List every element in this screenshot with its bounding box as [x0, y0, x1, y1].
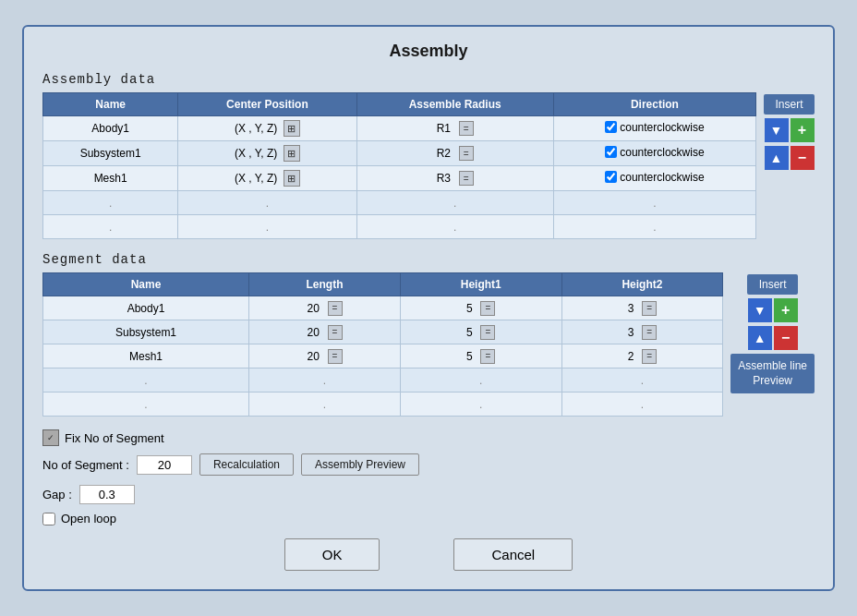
grid-icon-1[interactable]: ⊞	[284, 120, 300, 137]
open-loop-checkbox[interactable]	[42, 513, 55, 525]
segment-row1-length: 20 =	[249, 296, 401, 320]
no-of-segment-input[interactable]	[137, 455, 192, 475]
direction-check-3[interactable]	[605, 171, 617, 183]
segment-row3-name: Mesh1	[43, 344, 249, 368]
empty-cell: .	[43, 191, 178, 215]
segment-col-length: Length	[249, 273, 401, 296]
fix-no-segment-label: Fix No of Segment	[65, 431, 164, 445]
segment-row2-h2: 3 =	[561, 320, 723, 344]
table-row: Subsystem1 20 = 5 = 3 =	[43, 320, 723, 344]
empty-cell: .	[178, 191, 356, 215]
recalculation-button[interactable]: Recalculation	[199, 453, 294, 476]
assembly-row1-center: (X , Y, Z) ⊞	[178, 116, 356, 141]
assembly-row3-name: Mesh1	[43, 166, 178, 191]
seg-eq-1a[interactable]: =	[328, 301, 343, 316]
empty-cell: .	[553, 215, 755, 239]
assembly-table: Name Center Position Assemble Radius Dir…	[42, 92, 756, 239]
segment-add-button[interactable]: +	[774, 298, 798, 322]
cancel-button[interactable]: Cancel	[453, 538, 573, 571]
empty-cell: .	[356, 215, 553, 239]
assembly-preview-button[interactable]: Assembly Preview	[301, 453, 419, 476]
segment-row3-h2: 2 =	[561, 344, 723, 368]
no-segment-row: No of Segment : Recalculation Assembly P…	[42, 453, 815, 476]
assembly-move-up-button[interactable]: ▲	[765, 146, 789, 170]
seg-eq-2a[interactable]: =	[328, 325, 343, 340]
table-row: Abody1 (X , Y, Z) ⊞ R1 = counterclockwis…	[43, 116, 756, 141]
segment-remove-button[interactable]: −	[774, 326, 798, 350]
grid-icon-3[interactable]: ⊞	[284, 170, 300, 187]
assembly-move-down-button[interactable]: ▼	[765, 118, 789, 142]
table-row: . . . .	[43, 393, 723, 417]
empty-cell: .	[356, 191, 553, 215]
table-row: Abody1 20 = 5 = 3 =	[43, 296, 723, 320]
fix-icon: ✓	[42, 429, 59, 446]
assembly-row3-center: (X , Y, Z) ⊞	[178, 166, 356, 191]
seg-eq-3b[interactable]: =	[480, 349, 495, 364]
segment-row1-name: Abody1	[43, 296, 249, 320]
table-row: . . . .	[43, 215, 756, 239]
assembly-col-direction: Direction	[553, 93, 755, 116]
assembly-row3-direction: counterclockwise	[553, 166, 755, 191]
empty-cell: .	[43, 393, 249, 417]
seg-eq-3c[interactable]: =	[642, 349, 657, 364]
segment-row3-length: 20 =	[249, 344, 401, 368]
assembly-row2-center: (X , Y, Z) ⊞	[178, 141, 356, 166]
segment-arrow-row2: ▲ −	[748, 326, 798, 350]
assembly-remove-button[interactable]: −	[791, 146, 815, 170]
empty-cell: .	[561, 368, 723, 393]
seg-eq-1c[interactable]: =	[642, 301, 657, 316]
ok-button[interactable]: OK	[284, 538, 380, 571]
segment-move-down-button[interactable]: ▼	[748, 298, 772, 322]
eq-btn-1[interactable]: =	[459, 121, 474, 136]
empty-cell: .	[400, 393, 561, 417]
grid-icon-2[interactable]: ⊞	[284, 145, 300, 162]
table-row: . . . .	[43, 368, 723, 393]
direction-check-1[interactable]	[605, 121, 617, 133]
seg-eq-2c[interactable]: =	[642, 325, 657, 340]
segment-move-up-button[interactable]: ▲	[748, 326, 772, 350]
no-of-segment-label: No of Segment :	[42, 458, 129, 472]
assembly-add-button[interactable]: +	[791, 118, 815, 142]
eq-btn-2[interactable]: =	[459, 146, 474, 161]
segment-side-buttons: Insert ▼ + ▲ − Assemble linePreview	[730, 272, 815, 417]
assembly-insert-button[interactable]: Insert	[764, 94, 815, 115]
assemble-line-preview-button[interactable]: Assemble linePreview	[730, 354, 815, 393]
assembly-col-radius: Assemble Radius	[356, 93, 553, 116]
assembly-row2-name: Subsystem1	[43, 141, 178, 166]
eq-btn-3[interactable]: =	[459, 171, 474, 186]
segment-col-height1: Height1	[400, 273, 561, 296]
assembly-row1-direction: counterclockwise	[553, 116, 755, 141]
seg-eq-3a[interactable]: =	[328, 349, 343, 364]
assembly-arrow-row: ▼ +	[765, 118, 815, 142]
segment-insert-button[interactable]: Insert	[747, 274, 798, 295]
segment-table: Name Length Height1 Height2 Abody1 20 = …	[42, 272, 723, 417]
empty-cell: .	[43, 215, 178, 239]
table-row: . . . .	[43, 191, 756, 215]
segment-col-height2: Height2	[561, 273, 723, 296]
assembly-row1-name: Abody1	[43, 116, 178, 141]
direction-check-2[interactable]	[605, 146, 617, 158]
table-row: Subsystem1 (X , Y, Z) ⊞ R2 = countercloc…	[43, 141, 756, 166]
empty-cell: .	[43, 368, 249, 393]
empty-cell: .	[561, 393, 723, 417]
segment-row2-name: Subsystem1	[43, 320, 249, 344]
segment-row2-h1: 5 =	[400, 320, 561, 344]
empty-cell: .	[249, 368, 401, 393]
empty-cell: .	[249, 393, 401, 417]
dialog-title: Assembly	[42, 42, 815, 61]
empty-cell: .	[400, 368, 561, 393]
assembly-dialog: Assembly Assembly data Name Center Posit…	[22, 25, 835, 591]
empty-cell: .	[178, 215, 356, 239]
seg-eq-1b[interactable]: =	[480, 301, 495, 316]
assembly-row2-direction: counterclockwise	[553, 141, 755, 166]
seg-eq-2b[interactable]: =	[480, 325, 495, 340]
segment-row2-length: 20 =	[249, 320, 401, 344]
segment-table-area: Name Length Height1 Height2 Abody1 20 = …	[42, 272, 815, 417]
gap-input[interactable]	[79, 485, 135, 504]
empty-cell: .	[553, 191, 755, 215]
assembly-col-name: Name	[43, 93, 178, 116]
open-loop-row: Open loop	[42, 512, 815, 525]
assembly-row1-radius: R1 =	[356, 116, 553, 141]
segment-row3-h1: 5 =	[400, 344, 561, 368]
gap-row: Gap :	[42, 485, 815, 504]
